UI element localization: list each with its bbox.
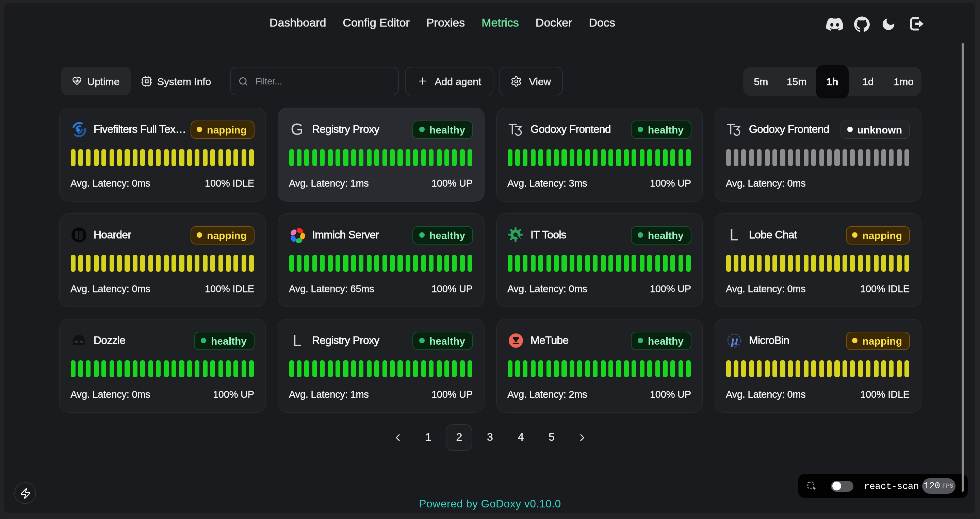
svg-text:µ: µ [730, 333, 738, 347]
